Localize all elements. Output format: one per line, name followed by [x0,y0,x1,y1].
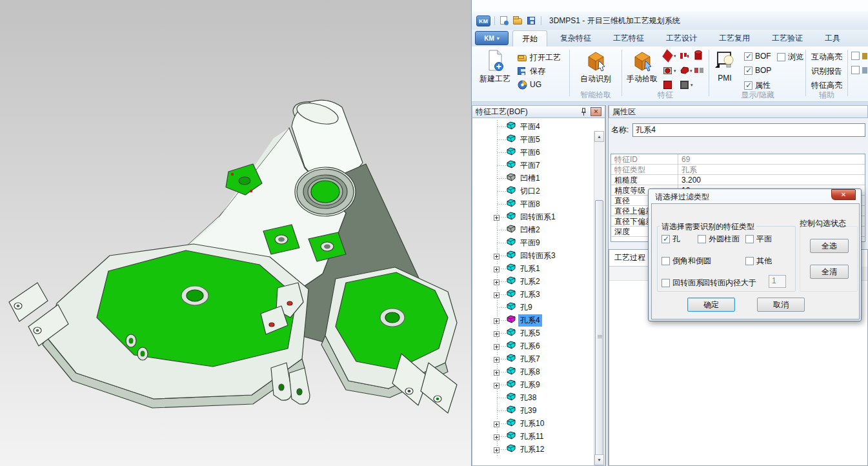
chamfer-fillet-checkbox[interactable]: 倒角和倒圆 [661,256,711,267]
app-menu-button[interactable]: KM▾ [475,31,509,45]
manual-pick-button[interactable]: 手动拾取 [623,49,661,85]
checkbox-box [851,66,860,74]
expand-icon[interactable] [494,291,500,297]
outer-cylinder-checkbox[interactable]: 外圆柱面 [698,234,740,245]
tree-item[interactable]: 切口2 [472,185,605,198]
name-input[interactable]: 孔系4 [632,123,865,137]
auto-recognize-button[interactable]: 自动识别 [577,49,614,85]
expand-icon[interactable] [494,356,500,361]
confirm-button[interactable]: 确定 [687,298,735,312]
tree-item[interactable]: 平面5 [472,133,605,146]
tree-item[interactable]: 孔系10 [472,417,605,430]
tree-item[interactable]: 平面7 [472,159,605,172]
expand-icon[interactable] [494,381,500,387]
slope-face-icon[interactable] [662,49,672,62]
tab-complex-features[interactable]: 复杂特征 [551,30,600,46]
tree-item[interactable]: 孔系4 [472,314,605,327]
expand-icon[interactable] [494,214,500,219]
tree-item[interactable]: 孔系6 [472,339,605,352]
pin-icon[interactable] [581,108,587,116]
property-row[interactable]: 特征类型孔系 [611,165,865,175]
expand-icon[interactable] [494,278,500,284]
tab-process-verify[interactable]: 工艺验证 [763,30,812,46]
tree-item[interactable]: 孔系8 [472,365,605,378]
expand-icon[interactable] [494,252,500,258]
viewport-3d[interactable] [0,0,471,466]
other-checkbox[interactable]: 其他 [745,256,772,267]
tree-item[interactable]: 孔38 [472,391,605,404]
tree-item[interactable]: 孔39 [472,404,605,417]
pocket-icon[interactable] [663,66,672,75]
inner-diameter-input[interactable]: 1 [769,275,786,288]
rib-icon[interactable] [680,52,689,60]
new-document-icon[interactable] [499,16,509,25]
tree-scrollbar[interactable]: ▲ ▼ [594,131,604,465]
new-process-button[interactable]: 新建工艺 [476,49,514,85]
cube-icon[interactable] [663,81,672,89]
tree-item[interactable]: 孔系7 [472,352,605,365]
recognition-report-button[interactable]: 识别报告 [810,65,843,77]
boss-icon[interactable] [680,66,689,75]
open-folder-icon[interactable] [513,16,523,25]
tab-process-design[interactable]: 工艺设计 [657,30,706,46]
scroll-thumb[interactable] [595,200,603,466]
tab-process-reuse[interactable]: 工艺复用 [710,30,759,46]
block-pair-icon[interactable] [694,66,703,75]
tree-item[interactable]: 孔9 [472,301,605,314]
tree-item[interactable]: 孔系3 [472,288,605,301]
clipped-checkbox-1[interactable] [851,52,867,60]
expand-icon[interactable] [494,446,500,452]
tree-item[interactable]: 平面9 [472,236,605,249]
tree-item[interactable]: 回转面系1 [472,210,605,223]
scroll-up-arrow[interactable]: ▲ [594,131,604,142]
expand-icon[interactable] [494,433,500,439]
tree-item[interactable]: 平面4 [472,120,605,133]
tree-item[interactable]: 孔系1 [472,262,605,275]
title-bar[interactable]: KM 3DMPS1 - 开目三维机加工艺规划系统 [472,12,868,30]
clipped-checkbox-2[interactable] [851,66,867,74]
expand-icon[interactable] [494,265,500,271]
expand-icon[interactable] [494,330,500,336]
expand-icon[interactable] [494,420,500,426]
tree-item[interactable]: 回转面系3 [472,249,605,262]
tree-item[interactable]: 凹槽2 [472,223,605,236]
tab-process-features[interactable]: 工艺特征 [604,30,653,46]
tree-item[interactable]: 平面6 [472,146,605,159]
interactive-highlight-button[interactable]: 互动高亮 [810,50,843,63]
bof-checkbox[interactable]: BOF [744,52,771,61]
close-panel-icon[interactable]: ✕ [590,107,601,116]
tree-item[interactable]: 平面8 [472,198,605,210]
feature-tree[interactable]: 平面4平面5平面6平面7凹槽1切口2平面8回转面系1凹槽2平面9回转面系3孔系1… [472,118,605,466]
scroll-down-arrow[interactable]: ▼ [594,454,604,465]
property-row[interactable]: 特征ID69 [611,154,865,165]
pmi-button[interactable]: PMI [711,49,739,83]
tab-tools[interactable]: 工具 [816,30,849,46]
tree-item[interactable]: 凹槽1 [472,172,605,185]
save-process-button[interactable]: 保存 [518,65,545,77]
ug-button[interactable]: UG [518,79,541,90]
plane-icon[interactable] [680,81,689,89]
tree-item[interactable]: 孔系5 [472,327,605,339]
bop-checkbox[interactable]: BOP [744,66,771,75]
browse-checkbox[interactable]: 浏览 [777,52,803,63]
tree-item[interactable]: 孔系2 [472,275,605,288]
open-process-button[interactable]: 打开工艺 [518,52,561,63]
property-row[interactable]: 粗糙度3.200 [611,175,865,185]
cylinder-icon[interactable] [694,50,703,59]
expand-icon[interactable] [494,369,500,374]
hole-checkbox[interactable]: 孔 [661,234,680,245]
plane-checkbox[interactable]: 平面 [745,234,772,245]
tree-item[interactable]: 孔系12 [472,443,605,456]
tree-item[interactable]: 孔系11 [472,430,605,443]
cancel-button[interactable]: 取消 [757,298,805,312]
cad-model[interactable] [0,0,471,466]
dialog-close-button[interactable]: ✕ [831,189,856,200]
tab-home[interactable]: 开始 [512,30,547,46]
revolve-face-checkbox[interactable]: 回转面系 [661,278,703,289]
select-all-button[interactable]: 全选 [810,239,849,253]
tree-item[interactable]: 孔系9 [472,378,605,391]
expand-icon[interactable] [494,317,500,323]
expand-icon[interactable] [494,343,500,349]
clear-all-button[interactable]: 全清 [810,265,849,279]
save-icon[interactable] [527,16,537,25]
